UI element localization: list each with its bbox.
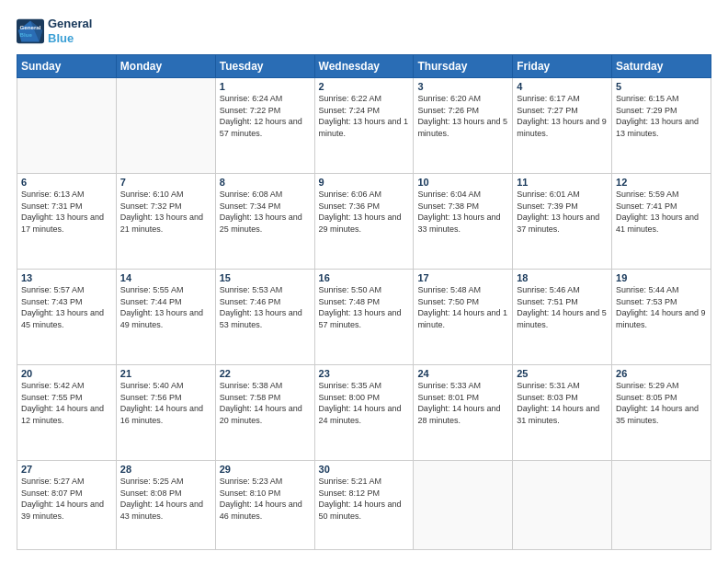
cell-info: Sunrise: 5:23 AM Sunset: 8:10 PM Dayligh… [220, 476, 311, 522]
cell-info: Sunrise: 5:38 AM Sunset: 7:58 PM Dayligh… [220, 380, 311, 426]
calendar-cell: 1Sunrise: 6:24 AM Sunset: 7:22 PM Daylig… [215, 78, 314, 174]
calendar-cell: 18Sunrise: 5:46 AM Sunset: 7:51 PM Dayli… [513, 270, 612, 365]
day-number: 30 [319, 464, 410, 475]
calendar-cell: 4Sunrise: 6:17 AM Sunset: 7:27 PM Daylig… [513, 78, 612, 174]
day-number: 25 [517, 368, 608, 379]
day-number: 5 [616, 81, 707, 92]
calendar-cell: 17Sunrise: 5:48 AM Sunset: 7:50 PM Dayli… [414, 270, 513, 365]
cell-info: Sunrise: 5:48 AM Sunset: 7:50 PM Dayligh… [417, 284, 508, 330]
day-number: 11 [517, 177, 608, 188]
calendar-cell: 25Sunrise: 5:31 AM Sunset: 8:03 PM Dayli… [513, 365, 612, 461]
cell-info: Sunrise: 5:44 AM Sunset: 7:53 PM Dayligh… [616, 284, 707, 330]
calendar-cell: 16Sunrise: 5:50 AM Sunset: 7:48 PM Dayli… [314, 270, 414, 365]
calendar-cell: 28Sunrise: 5:25 AM Sunset: 8:08 PM Dayli… [116, 461, 215, 550]
day-number: 22 [220, 368, 311, 379]
weekday-header-saturday: Saturday [612, 55, 711, 78]
calendar-cell: 24Sunrise: 5:33 AM Sunset: 8:01 PM Dayli… [414, 365, 513, 461]
calendar-cell: 27Sunrise: 5:27 AM Sunset: 8:07 PM Dayli… [17, 461, 117, 550]
day-number: 8 [220, 177, 311, 188]
calendar-cell [116, 78, 215, 174]
cell-info: Sunrise: 5:40 AM Sunset: 7:56 PM Dayligh… [120, 380, 211, 426]
week-row-4: 20Sunrise: 5:42 AM Sunset: 7:55 PM Dayli… [17, 365, 711, 461]
day-number: 3 [417, 81, 508, 92]
cell-info: Sunrise: 6:20 AM Sunset: 7:26 PM Dayligh… [417, 93, 508, 139]
cell-info: Sunrise: 6:15 AM Sunset: 7:29 PM Dayligh… [616, 93, 707, 139]
calendar-cell: 12Sunrise: 5:59 AM Sunset: 7:41 PM Dayli… [612, 174, 711, 270]
cell-info: Sunrise: 5:59 AM Sunset: 7:41 PM Dayligh… [616, 189, 707, 235]
calendar-cell: 5Sunrise: 6:15 AM Sunset: 7:29 PM Daylig… [612, 78, 711, 174]
calendar-table: SundayMondayTuesdayWednesdayThursdayFrid… [17, 54, 711, 550]
weekday-header-thursday: Thursday [414, 55, 513, 78]
calendar-cell: 2Sunrise: 6:22 AM Sunset: 7:24 PM Daylig… [314, 78, 414, 174]
weekday-header-row: SundayMondayTuesdayWednesdayThursdayFrid… [17, 55, 711, 78]
cell-info: Sunrise: 6:13 AM Sunset: 7:31 PM Dayligh… [21, 189, 112, 235]
logo: General Blue General Blue [17, 17, 92, 45]
calendar-cell: 22Sunrise: 5:38 AM Sunset: 7:58 PM Dayli… [215, 365, 314, 461]
day-number: 15 [220, 272, 311, 283]
calendar-cell: 26Sunrise: 5:29 AM Sunset: 8:05 PM Dayli… [612, 365, 711, 461]
weekday-header-friday: Friday [513, 55, 612, 78]
cell-info: Sunrise: 5:25 AM Sunset: 8:08 PM Dayligh… [120, 476, 211, 522]
calendar-cell: 14Sunrise: 5:55 AM Sunset: 7:44 PM Dayli… [116, 270, 215, 365]
day-number: 12 [616, 177, 707, 188]
day-number: 29 [220, 464, 311, 475]
calendar-cell: 7Sunrise: 6:10 AM Sunset: 7:32 PM Daylig… [116, 174, 215, 270]
cell-info: Sunrise: 5:46 AM Sunset: 7:51 PM Dayligh… [517, 284, 608, 330]
page: General Blue General Blue SundayMondayTu… [0, 0, 728, 563]
calendar-cell: 29Sunrise: 5:23 AM Sunset: 8:10 PM Dayli… [215, 461, 314, 550]
calendar-cell: 21Sunrise: 5:40 AM Sunset: 7:56 PM Dayli… [116, 365, 215, 461]
calendar-cell: 15Sunrise: 5:53 AM Sunset: 7:46 PM Dayli… [215, 270, 314, 365]
cell-info: Sunrise: 6:01 AM Sunset: 7:39 PM Dayligh… [517, 189, 608, 235]
cell-info: Sunrise: 5:55 AM Sunset: 7:44 PM Dayligh… [120, 284, 211, 330]
day-number: 14 [120, 272, 211, 283]
calendar-cell: 3Sunrise: 6:20 AM Sunset: 7:26 PM Daylig… [414, 78, 513, 174]
day-number: 1 [220, 81, 311, 92]
weekday-header-tuesday: Tuesday [215, 55, 314, 78]
cell-info: Sunrise: 6:10 AM Sunset: 7:32 PM Dayligh… [120, 189, 211, 235]
day-number: 20 [21, 368, 112, 379]
cell-info: Sunrise: 5:57 AM Sunset: 7:43 PM Dayligh… [21, 284, 112, 330]
day-number: 4 [517, 81, 608, 92]
cell-info: Sunrise: 5:33 AM Sunset: 8:01 PM Dayligh… [417, 380, 508, 426]
calendar-cell [513, 461, 612, 550]
calendar-cell: 20Sunrise: 5:42 AM Sunset: 7:55 PM Dayli… [17, 365, 117, 461]
day-number: 7 [120, 177, 211, 188]
calendar-cell: 19Sunrise: 5:44 AM Sunset: 7:53 PM Dayli… [612, 270, 711, 365]
day-number: 16 [319, 272, 410, 283]
weekday-header-sunday: Sunday [17, 55, 117, 78]
calendar-cell: 6Sunrise: 6:13 AM Sunset: 7:31 PM Daylig… [17, 174, 117, 270]
day-number: 6 [21, 177, 112, 188]
day-number: 24 [417, 368, 508, 379]
day-number: 27 [21, 464, 112, 475]
calendar-cell [414, 461, 513, 550]
week-row-2: 6Sunrise: 6:13 AM Sunset: 7:31 PM Daylig… [17, 174, 711, 270]
week-row-5: 27Sunrise: 5:27 AM Sunset: 8:07 PM Dayli… [17, 461, 711, 550]
day-number: 28 [120, 464, 211, 475]
cell-info: Sunrise: 5:29 AM Sunset: 8:05 PM Dayligh… [616, 380, 707, 426]
cell-info: Sunrise: 5:42 AM Sunset: 7:55 PM Dayligh… [21, 380, 112, 426]
cell-info: Sunrise: 6:04 AM Sunset: 7:38 PM Dayligh… [417, 189, 508, 235]
day-number: 10 [417, 177, 508, 188]
cell-info: Sunrise: 5:53 AM Sunset: 7:46 PM Dayligh… [220, 284, 311, 330]
weekday-header-wednesday: Wednesday [314, 55, 414, 78]
day-number: 23 [319, 368, 410, 379]
cell-info: Sunrise: 5:27 AM Sunset: 8:07 PM Dayligh… [21, 476, 112, 522]
logo-text: General Blue [48, 17, 92, 45]
week-row-3: 13Sunrise: 5:57 AM Sunset: 7:43 PM Dayli… [17, 270, 711, 365]
cell-info: Sunrise: 6:24 AM Sunset: 7:22 PM Dayligh… [220, 93, 311, 139]
calendar-cell [612, 461, 711, 550]
day-number: 17 [417, 272, 508, 283]
calendar-cell: 8Sunrise: 6:08 AM Sunset: 7:34 PM Daylig… [215, 174, 314, 270]
calendar-cell [17, 78, 117, 174]
day-number: 2 [319, 81, 410, 92]
cell-info: Sunrise: 6:17 AM Sunset: 7:27 PM Dayligh… [517, 93, 608, 139]
calendar-cell: 9Sunrise: 6:06 AM Sunset: 7:36 PM Daylig… [314, 174, 414, 270]
header: General Blue General Blue [17, 17, 711, 45]
svg-text:General: General [20, 24, 41, 30]
cell-info: Sunrise: 6:22 AM Sunset: 7:24 PM Dayligh… [319, 93, 410, 139]
cell-info: Sunrise: 5:35 AM Sunset: 8:00 PM Dayligh… [319, 380, 410, 426]
day-number: 9 [319, 177, 410, 188]
day-number: 13 [21, 272, 112, 283]
cell-info: Sunrise: 5:21 AM Sunset: 8:12 PM Dayligh… [319, 476, 410, 522]
cell-info: Sunrise: 5:31 AM Sunset: 8:03 PM Dayligh… [517, 380, 608, 426]
